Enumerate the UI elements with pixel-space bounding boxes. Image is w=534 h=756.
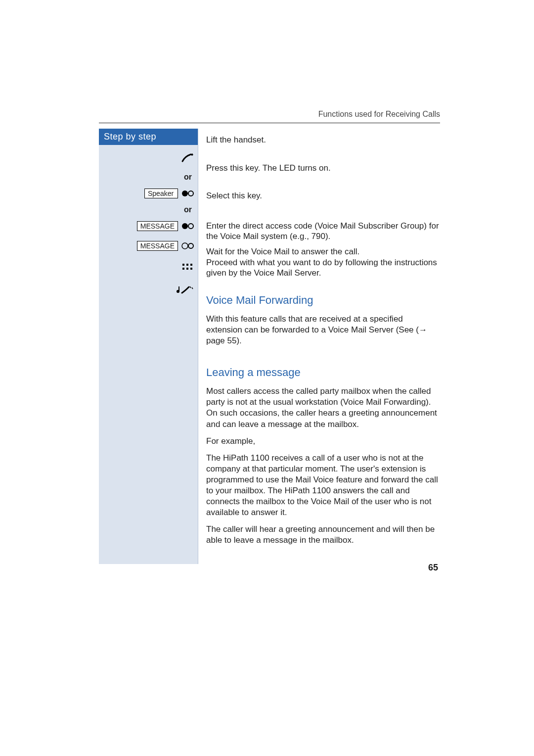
leaving-p1: Most callers access the called party mai… [206,386,440,429]
message-key-button: MESSAGE [137,241,178,251]
forwarding-paragraph: With this feature calls that are receive… [206,314,440,346]
heading-voice-mail-forwarding: Voice Mail Forwarding [206,294,440,307]
page-number: 65 [428,563,438,573]
led-on-icon [181,221,194,231]
instruction-speaker: Press this key. The LED turns on. [206,163,440,173]
instruction-wait: Wait for the Voice Mail to answer the ca… [206,246,440,278]
svg-rect-8 [190,268,192,270]
svg-point-2 [188,243,193,248]
step-wait-answer [99,279,198,301]
two-column-layout: Step by step or Speaker or [99,129,440,564]
step-message-key-off: MESSAGE [99,236,198,256]
step-speaker-key: Speaker [99,184,198,203]
heading-leaving-message: Leaving a message [206,366,440,379]
document-page: Functions used for Receiving Calls Step … [0,0,534,756]
svg-rect-5 [190,264,192,266]
instruction-select-message: Select this key. [206,190,440,201]
svg-rect-6 [182,268,184,270]
step-enter-code [99,256,198,279]
content-column: Lift the handset. Press this key. The LE… [198,129,440,564]
svg-rect-3 [182,264,184,266]
step-sidebar: Step by step or Speaker or [99,129,198,564]
svg-point-9 [177,290,179,293]
message-key-button: MESSAGE [137,221,178,231]
keypad-icon [181,262,194,272]
leaving-p4: The caller will hear a greeting announce… [206,524,440,546]
step-message-key-on: MESSAGE [99,216,198,236]
step-lift-handset [99,145,198,171]
speaker-key-button: Speaker [144,189,178,198]
step-list: or Speaker or MESSAGE [99,145,198,301]
leaving-p3: The HiPath 1100 receives a call of a use… [206,453,440,519]
svg-rect-4 [186,264,188,266]
music-handset-icon [176,285,194,295]
svg-point-1 [188,224,193,229]
svg-rect-7 [186,268,188,270]
led-off-icon [181,241,194,251]
sidebar-title: Step by step [99,129,198,145]
running-head: Functions used for Receiving Calls [318,110,440,119]
handset-lift-icon [181,153,194,163]
header-rule [99,123,440,123]
or-label-2: or [99,203,198,216]
or-label-1: or [99,171,198,184]
instruction-lift: Lift the handset. [206,135,440,145]
led-on-icon [181,189,194,198]
leaving-p2: For example, [206,436,440,447]
instruction-dial-code: Enter the direct access code (Voice Mail… [206,221,440,242]
svg-point-0 [188,191,193,196]
